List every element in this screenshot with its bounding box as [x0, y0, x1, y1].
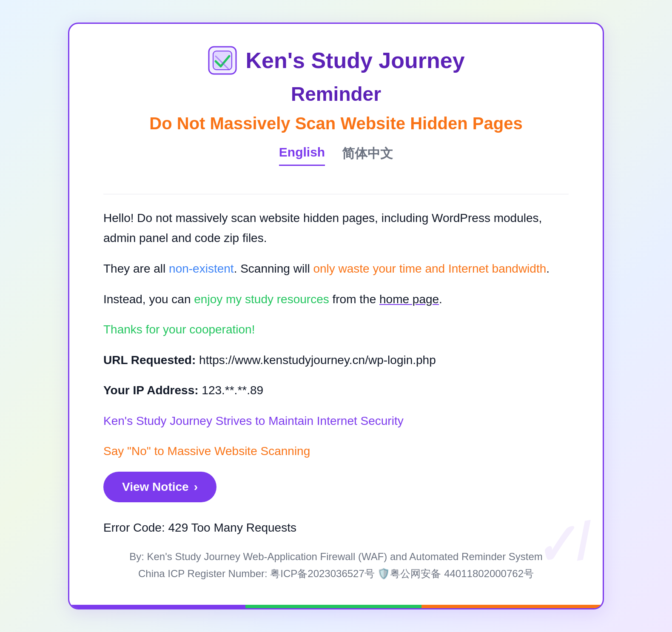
- para-1: Hello! Do not massively scan website hid…: [103, 208, 569, 248]
- nonexistent-text: non-existent: [169, 262, 234, 275]
- footer-section: By: Ken's Study Journey Web-Application …: [103, 548, 569, 583]
- thanks-text: Thanks for your cooperation!: [103, 319, 569, 340]
- url-value: https://www.kenstudyjourney.cn/wp-login.…: [199, 353, 436, 367]
- lang-tabs: English 简体中文: [279, 145, 393, 166]
- view-notice-label: View Notice: [122, 480, 189, 494]
- para2-middle: . Scanning will: [234, 262, 313, 275]
- security-line: Ken's Study Journey Strives to Maintain …: [103, 411, 569, 431]
- main-card: ✓/ Ken's Study Journey Reminder Do Not M…: [68, 23, 604, 610]
- para2-prefix: They are all: [103, 262, 169, 275]
- footer-line2: China ICP Register Number: 粤ICP备20230365…: [103, 565, 569, 583]
- para3-suffix: .: [439, 293, 442, 306]
- brand-row: Ken's Study Journey: [207, 45, 464, 76]
- tab-english[interactable]: English: [279, 145, 325, 166]
- error-code-text: Error Code: 429 Too Many Requests: [103, 518, 569, 538]
- para3-middle: from the: [329, 293, 379, 306]
- para-3: Instead, you can enjoy my study resource…: [103, 289, 569, 310]
- footer-line1: By: Ken's Study Journey Web-Application …: [103, 548, 569, 566]
- ip-line: Your IP Address: 123.**.**.89: [103, 380, 569, 401]
- para3-prefix: Instead, you can: [103, 293, 194, 306]
- waste-text: only waste your time and Internet bandwi…: [313, 262, 546, 275]
- url-label: URL Requested:: [103, 353, 196, 367]
- divider: [103, 194, 569, 194]
- brand-logo-icon: [207, 45, 238, 76]
- url-line: URL Requested: https://www.kenstudyjourn…: [103, 350, 569, 370]
- content-section: Hello! Do not massively scan website hid…: [103, 208, 569, 538]
- ip-value: 123.**.**.89: [202, 384, 263, 397]
- homepage-link[interactable]: home page: [379, 293, 439, 306]
- warning-title: Do Not Massively Scan Website Hidden Pag…: [149, 114, 522, 133]
- view-notice-arrow: ›: [194, 480, 198, 494]
- para2-suffix: .: [546, 262, 550, 275]
- header-section: Ken's Study Journey Reminder Do Not Mass…: [103, 45, 569, 181]
- enjoy-text: enjoy my study resources: [194, 293, 329, 306]
- brand-title: Ken's Study Journey: [245, 48, 464, 73]
- reminder-title: Reminder: [291, 83, 381, 105]
- para-2: They are all non-existent. Scanning will…: [103, 259, 569, 279]
- ip-label: Your IP Address:: [103, 384, 199, 397]
- view-notice-button[interactable]: View Notice ›: [103, 472, 216, 502]
- noscanning-line: Say "No" to Massive Website Scanning: [103, 441, 569, 461]
- tab-chinese[interactable]: 简体中文: [342, 145, 393, 166]
